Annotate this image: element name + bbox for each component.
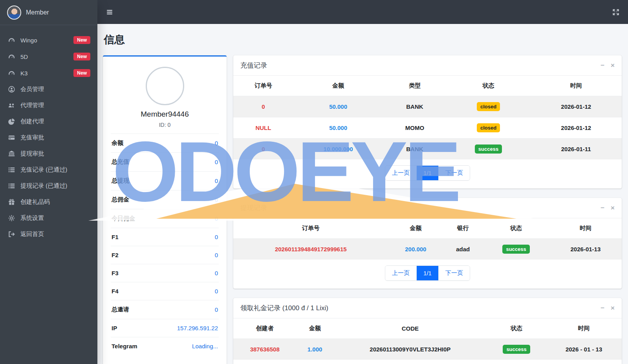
sidebar-item-6[interactable]: 创建代理 [3,114,94,129]
plain-cell: adad [443,239,483,260]
page-indicator: 1/1 [417,166,439,180]
stat-value: 0 [215,215,218,222]
list-icon [7,183,16,189]
stat-value: 0 [215,234,218,240]
minimize-icon[interactable]: − [601,205,604,211]
page-indicator: 1/1 [417,266,439,280]
sidebar-item-5[interactable]: 代理管理 [3,98,94,113]
sidebar-item-label: 创建礼品码 [20,198,90,206]
stat-label: F3 [112,270,119,276]
stat-label: 今日佣金 [112,215,135,222]
profile-stat-row: 总提现0 [111,171,219,190]
sidebar-item-12[interactable]: 系统设置 [3,210,94,226]
column-header: 金额 [293,76,383,96]
date-cell: 2026-01-13 [549,239,622,260]
amount-cell: 50.000 [293,96,383,117]
sidebar-item-11[interactable]: 创建礼品码 [3,194,94,210]
sidebar-item-8[interactable]: 提现审批 [3,146,94,161]
prev-page-button[interactable]: 上一页 [385,166,417,180]
stat-label: F4 [112,288,119,294]
pagination: 上一页 1/1 下一页 [385,165,470,181]
fullscreen-icon[interactable] [612,9,619,16]
status-cell: closed [447,117,531,139]
column-header: 银行 [443,218,483,239]
plain-cell: 20260113009Y0VLET3J2HI0P [333,339,487,360]
minimize-icon[interactable]: − [601,62,604,69]
sidebar-item-10[interactable]: 提现记录 (已通过) [3,178,94,194]
sidebar-item-label: 5D [20,53,69,60]
avatar [7,5,21,20]
sidebar-item-2[interactable]: 5DNew [3,49,94,64]
hamburger-icon[interactable] [106,9,113,16]
gauge-icon [7,53,16,60]
stat-label: IP [112,325,117,331]
column-header: 金额 [296,318,333,339]
order-cell: NULL [233,117,293,139]
profile-avatar [146,67,184,105]
stat-value: 0 [215,140,218,146]
plain-cell: BANK [383,139,446,160]
minimize-icon[interactable]: − [601,305,604,311]
plain-cell: MOMO [383,117,446,139]
stat-label: 总佣金 [112,196,129,203]
sign-out-icon [7,231,16,238]
table-row: 2026011394849172999615200.000adadsuccess… [233,239,622,260]
next-page-button[interactable]: 下一页 [439,166,470,180]
sidebar-item-9[interactable]: 充值记录 (已通过) [3,162,94,177]
profile-stat-row: 今日佣金0 [111,209,219,228]
order-cell: 0 [233,96,293,117]
column-header: 金额 [388,218,443,239]
card-title: 充值记录 [240,61,267,70]
amount-cell: 1.000 [296,339,333,360]
order-cell: 2026011394849172999615 [233,239,388,260]
sidebar-item-1[interactable]: WingoNew [3,32,94,48]
stat-label: 总邀请 [112,306,129,313]
amount-cell: 200.000 [388,239,443,260]
sidebar-item-label: 充值审批 [20,134,90,141]
status-cell: closed [447,96,531,117]
stat-label: F1 [112,234,119,240]
sidebar-item-7[interactable]: 充值审批 [3,130,94,145]
status-badge: closed [477,102,500,111]
stat-label: 余额 [112,139,123,147]
prev-page-button[interactable]: 上一页 [385,266,417,280]
gift-table: 创建者金额CODE状态时间3876365081.00020260113009Y0… [233,318,622,360]
stat-value: 0 [215,306,218,313]
sidebar-item-label: 充值记录 (已通过) [20,166,90,174]
profile-stat-row: IP157.296.591.22 [111,319,219,337]
sidebar-brand[interactable]: Member [0,0,97,25]
credit-card-icon [7,134,16,141]
withdraw-table: 订单号金额银行状态时间2026011394849172999615200.000… [233,218,622,260]
gift-icon [7,199,16,205]
recharge-records-card: 充值记录 − × 订单号金额类型状态时间050.000BANKclosed202… [233,55,622,188]
sidebar-item-label: 返回首页 [20,230,90,238]
profile-card: Member94446 ID: 0 余额0总充值0总提现0总佣金0今日佣金0F1… [103,55,227,364]
stat-value: 0 [215,177,218,184]
close-icon[interactable]: × [611,205,615,211]
profile-stat-row: F30 [111,264,219,282]
stat-label: Telegram [112,343,137,349]
next-page-button[interactable]: 下一页 [439,266,470,280]
profile-stat-row: 总邀请0 [111,300,219,319]
sidebar-nav: WingoNew5DNewK3New会员管理代理管理创建代理充值审批提现审批充值… [0,25,97,249]
stat-label: 总充值 [112,158,129,166]
close-icon[interactable]: × [611,62,615,69]
stat-label: F2 [112,252,119,258]
sidebar-item-label: K3 [20,70,69,77]
stat-value: 0 [215,270,218,276]
close-icon[interactable]: × [611,305,615,311]
sidebar-item-3[interactable]: K3New [3,65,94,81]
column-header: 订单号 [233,76,293,96]
card-title: 领取礼金记录 (1000 đ / 1 Lixi) [240,304,328,313]
date-cell: 2026-01-12 [530,96,622,117]
column-header: 创建者 [233,318,296,339]
sidebar-item-13[interactable]: 返回首页 [3,227,94,242]
pagination: 上一页 1/1 下一页 [385,265,470,281]
gift-records-card: 领取礼金记录 (1000 đ / 1 Lixi) − × 创建者金额CODE状态… [233,298,622,364]
stat-value: 0 [215,252,218,258]
sidebar-item-4[interactable]: 会员管理 [3,82,94,97]
records-column: 充值记录 − × 订单号金额类型状态时间050.000BANKclosed202… [233,55,622,364]
profile-name: Member94446 [111,110,219,119]
status-badge: closed [477,123,500,132]
order-cell: 0 [233,139,293,160]
